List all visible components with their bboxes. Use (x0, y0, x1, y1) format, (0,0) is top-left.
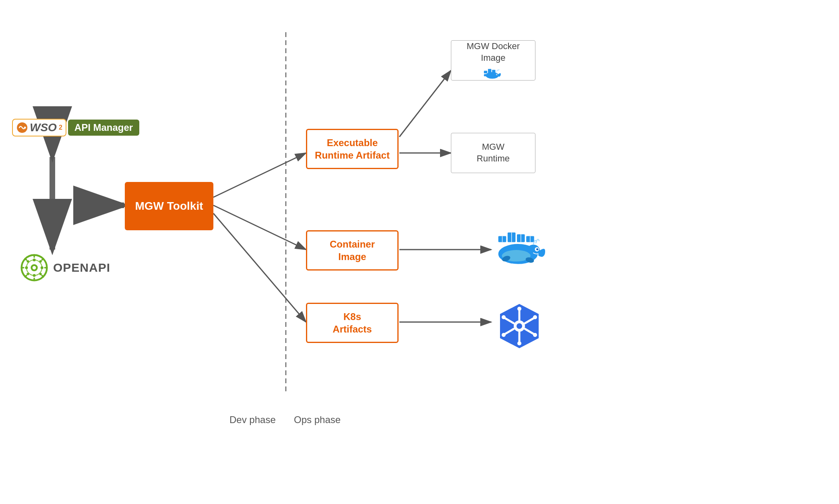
ops-phase-label: Ops phase (294, 414, 341, 426)
executable-runtime-box: ExecutableRuntime Artifact (306, 129, 399, 169)
wso2-text: WSO (30, 121, 57, 134)
mgw-docker-image-label: MGW DockerImage (467, 41, 520, 64)
svg-point-52 (536, 248, 538, 250)
docker-whale-icon-small (481, 65, 505, 80)
mgw-toolkit-box: MGW Toolkit (125, 182, 213, 230)
svg-point-29 (27, 260, 29, 262)
wso2-logo: WSO 2 API Manager (12, 119, 139, 136)
diagram-svg (0, 0, 839, 504)
mgw-runtime-label: MGWRuntime (477, 141, 510, 164)
svg-line-5 (213, 153, 306, 197)
svg-line-20 (42, 275, 43, 277)
openapi-logo: OPENAPI (20, 254, 110, 282)
svg-point-33 (33, 266, 36, 270)
svg-point-32 (27, 273, 29, 275)
svg-point-69 (502, 333, 506, 337)
svg-point-27 (25, 266, 28, 269)
openapi-text: OPENAPI (53, 261, 110, 275)
mgw-toolkit-label: MGW Toolkit (135, 199, 203, 213)
kubernetes-icon (495, 302, 543, 350)
diagram-container: WSO 2 API Manager (0, 0, 839, 504)
k8s-artifacts-label: K8sArtifacts (333, 310, 372, 335)
svg-point-31 (39, 273, 42, 275)
svg-line-7 (213, 213, 306, 322)
svg-point-65 (517, 307, 521, 311)
dev-phase-label: Dev phase (229, 414, 276, 426)
svg-point-40 (497, 74, 498, 75)
svg-line-8 (399, 70, 451, 137)
svg-point-26 (33, 274, 36, 277)
svg-point-70 (533, 315, 537, 319)
svg-point-13 (24, 127, 26, 129)
svg-point-68 (533, 333, 537, 337)
wso2-icon (16, 122, 28, 134)
svg-point-25 (33, 258, 36, 261)
container-image-label: ContainerImage (330, 238, 375, 263)
svg-point-67 (502, 315, 506, 319)
svg-point-58 (517, 323, 522, 329)
wso2-badge: WSO 2 (12, 119, 66, 136)
mgw-runtime-box: MGWRuntime (451, 133, 535, 173)
wso2-sub: 2 (59, 124, 62, 131)
mgw-docker-image-box: MGW DockerImage (451, 40, 535, 81)
svg-rect-34 (484, 71, 487, 73)
svg-point-66 (517, 341, 521, 345)
svg-point-38 (486, 72, 499, 79)
executable-runtime-label: ExecutableRuntime Artifact (315, 136, 390, 161)
svg-line-6 (213, 205, 306, 250)
k8s-artifacts-box: K8sArtifacts (306, 303, 399, 343)
openapi-wheel-icon (20, 254, 48, 282)
svg-line-22 (25, 275, 27, 277)
svg-point-28 (41, 266, 43, 269)
svg-line-21 (42, 258, 43, 260)
container-image-box: ContainerImage (306, 230, 399, 271)
docker-whale-icon-large (491, 226, 556, 275)
svg-point-30 (39, 260, 42, 262)
svg-line-19 (25, 258, 27, 260)
api-manager-label: API Manager (68, 120, 139, 136)
